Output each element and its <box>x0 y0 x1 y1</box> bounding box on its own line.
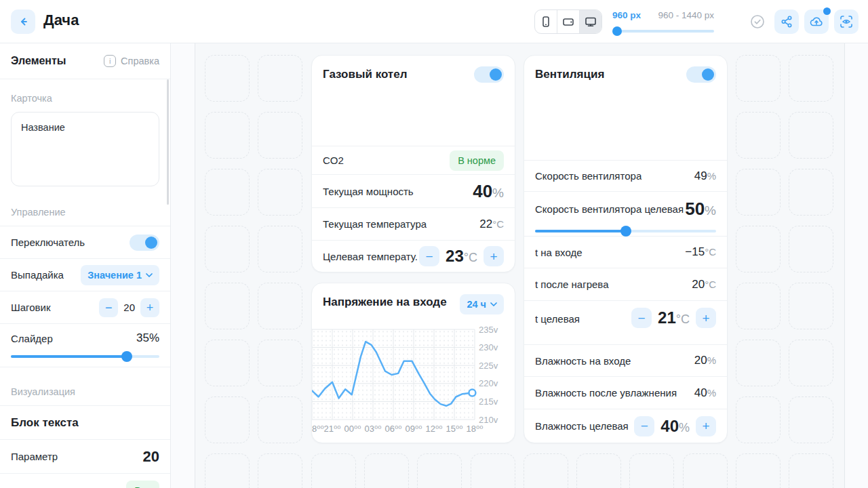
check-circle-icon <box>750 14 765 29</box>
grid-placeholder[interactable] <box>736 396 781 443</box>
device-tablet-button[interactable] <box>557 10 579 33</box>
grid-placeholder[interactable] <box>205 112 250 159</box>
grid-placeholder[interactable] <box>789 453 833 488</box>
slider-track[interactable] <box>612 30 714 33</box>
slider-thumb[interactable] <box>612 26 622 36</box>
grid-placeholder[interactable] <box>311 453 356 488</box>
grid-placeholder[interactable] <box>205 226 250 272</box>
canvas-width-slider[interactable] <box>612 26 714 36</box>
grid-placeholder[interactable] <box>258 396 302 443</box>
row-value: 40 <box>694 386 707 399</box>
grid-placeholder[interactable] <box>258 340 302 386</box>
back-button[interactable] <box>11 9 35 34</box>
cloud-upload-icon <box>809 14 824 29</box>
plus-button[interactable]: + <box>140 298 159 317</box>
grid-placeholder[interactable] <box>576 453 621 488</box>
builder-canvas: Газовый котел CO2 В норме Текущая мощнос… <box>171 43 868 488</box>
row-unit: % <box>707 387 716 399</box>
minus-button[interactable]: − <box>634 416 654 436</box>
grid-placeholder[interactable] <box>789 283 833 329</box>
grid-placeholder[interactable] <box>789 226 833 272</box>
grid-placeholder[interactable] <box>258 112 302 159</box>
grid-placeholder[interactable] <box>205 169 250 216</box>
device-phone-button[interactable] <box>535 10 557 33</box>
grid-placeholder[interactable] <box>629 453 674 488</box>
card-title: Напряжение на входе <box>323 294 447 309</box>
grid-placeholder[interactable] <box>789 396 833 443</box>
minus-button[interactable]: − <box>631 308 652 328</box>
boiler-toggle[interactable] <box>474 66 504 83</box>
grid-placeholder[interactable] <box>258 453 302 488</box>
plus-button[interactable]: + <box>484 246 504 266</box>
grid-placeholder[interactable] <box>736 340 781 386</box>
element-toggle[interactable]: Переключатель <box>0 226 170 259</box>
grid-placeholder[interactable] <box>683 453 728 488</box>
arrow-left-icon <box>17 16 29 28</box>
element-stepper[interactable]: Шаговик − 20 + <box>0 291 170 324</box>
grid-placeholder[interactable] <box>789 169 833 216</box>
grid-placeholder[interactable] <box>736 169 781 216</box>
grid-placeholder[interactable] <box>364 453 409 488</box>
element-textblock[interactable]: Блок текста <box>0 406 170 440</box>
grid-placeholder[interactable] <box>471 453 515 488</box>
row-unit: °C <box>464 251 477 264</box>
grid-placeholder[interactable] <box>789 112 833 159</box>
row-current-temp: Текущая температура 22°C <box>312 207 515 240</box>
element-parameter[interactable]: Параметр 20 <box>0 440 170 474</box>
grid-placeholder[interactable] <box>205 283 250 329</box>
grid-placeholder[interactable] <box>205 55 250 102</box>
row-label: Скорость вентилятора <box>535 170 642 182</box>
share-button[interactable] <box>774 9 799 34</box>
period-select[interactable]: 24 ч <box>460 294 504 314</box>
dropdown-select[interactable]: Значение 1 <box>81 265 159 285</box>
sidebar-scrollbar[interactable] <box>167 79 169 205</box>
grid-placeholder[interactable] <box>736 283 781 329</box>
grid-placeholder[interactable] <box>789 55 833 102</box>
grid-placeholder[interactable] <box>258 169 302 216</box>
svg-text:15⁰⁰: 15⁰⁰ <box>446 424 463 434</box>
grid-placeholder[interactable] <box>258 226 302 272</box>
slider-control[interactable] <box>11 351 159 362</box>
grid-placeholder[interactable] <box>736 453 781 488</box>
grid-placeholder[interactable] <box>524 453 568 488</box>
grid-placeholder[interactable] <box>258 55 302 102</box>
grid-placeholder[interactable] <box>789 340 833 386</box>
parameter-label: Параметр <box>11 451 58 462</box>
element-slider[interactable]: Слайдер 35% <box>0 324 170 367</box>
card-ventilation[interactable]: Вентиляция Скорость вентилятора 49% Скор… <box>524 55 728 443</box>
slider-thumb[interactable] <box>620 226 631 237</box>
element-stepper-label: Шаговик <box>11 302 50 313</box>
element-dropdown[interactable]: Выпадайка Значение 1 <box>0 259 170 291</box>
grid-placeholder[interactable] <box>205 396 250 443</box>
grid-placeholder[interactable] <box>205 453 250 488</box>
device-desktop-button[interactable] <box>579 10 601 33</box>
minus-icon: − <box>641 420 648 432</box>
grid-placeholder[interactable] <box>417 453 462 488</box>
minus-button[interactable]: − <box>419 246 439 266</box>
grid-placeholder[interactable] <box>258 283 302 329</box>
ventilation-toggle[interactable] <box>686 66 716 83</box>
grid-placeholder[interactable] <box>736 112 781 159</box>
co2-status-badge: В норме <box>450 150 504 171</box>
card-gas-boiler[interactable]: Газовый котел CO2 В норме Текущая мощнос… <box>311 55 515 272</box>
card-input-voltage[interactable]: Напряжение на входе 24 ч 235v230v225v220… <box>311 283 515 443</box>
help-button[interactable]: i Справка <box>104 55 159 67</box>
row-unit: °C <box>492 218 504 230</box>
preview-button[interactable] <box>834 9 859 34</box>
row-label: t целевая <box>535 308 580 325</box>
card-element-preview[interactable]: Название <box>11 112 159 186</box>
grid-placeholder[interactable] <box>736 226 781 272</box>
plus-button[interactable]: + <box>696 416 716 436</box>
section-label-card: Карточка <box>0 79 170 110</box>
minus-button[interactable]: − <box>99 298 118 317</box>
element-dropdown-label: Выпадайка <box>11 269 64 281</box>
grid-placeholder[interactable] <box>736 55 781 102</box>
plus-button[interactable]: + <box>696 308 716 328</box>
eye-scan-icon <box>839 14 854 29</box>
publish-button[interactable] <box>804 9 829 34</box>
grid-placeholder[interactable] <box>205 340 250 386</box>
slider-thumb[interactable] <box>121 351 132 362</box>
element-indicator[interactable]: Индикатор Вкл <box>0 474 170 488</box>
fan-speed-slider[interactable] <box>535 226 716 237</box>
toggle-switch[interactable] <box>130 235 159 251</box>
